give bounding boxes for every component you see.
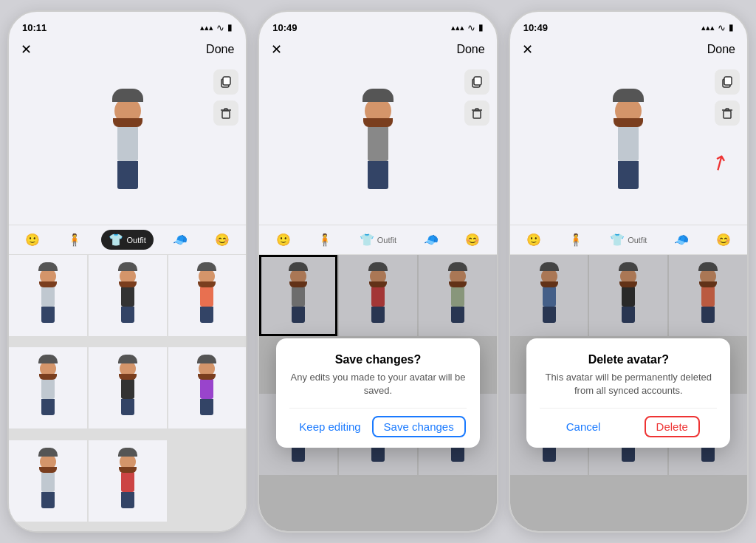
- copy-button[interactable]: [213, 69, 238, 95]
- outfit-grid: Save changes? Any edits you made to your…: [259, 255, 496, 531]
- outfit-cell-0[interactable]: [9, 255, 87, 336]
- status-time: 10:49: [272, 22, 297, 33]
- modal-actions: Keep editing Save changes: [289, 408, 467, 437]
- tab-icon-hat: 🧢: [674, 233, 689, 247]
- tab-hat[interactable]: 🧢: [667, 230, 696, 250]
- tab-icon-hat: 🧢: [173, 233, 188, 247]
- status-time: 10:11: [22, 22, 47, 33]
- tab-face[interactable]: 🙂: [18, 230, 47, 250]
- svg-rect-1: [223, 77, 230, 85]
- close-button[interactable]: ✕: [522, 41, 533, 58]
- phone-1: 10:11 ▴▴▴ ∿ ▮ ✕ Done: [7, 10, 247, 533]
- copy-icon: [721, 75, 734, 89]
- close-button[interactable]: ✕: [21, 41, 32, 58]
- modal-title: Save changes?: [289, 353, 467, 366]
- delete-button[interactable]: [213, 100, 238, 126]
- outfit-cell-3[interactable]: [9, 347, 87, 428]
- svg-rect-16: [724, 111, 731, 118]
- modal-overlay: Save changes? Any edits you made to your…: [259, 255, 496, 531]
- tab-icon-hat: 🧢: [424, 233, 439, 247]
- outfit-cell-7[interactable]: [89, 440, 167, 522]
- tab-body[interactable]: 🧍: [561, 230, 591, 250]
- tab-hat[interactable]: 🧢: [416, 230, 446, 250]
- status-icons: ▴▴▴ ∿ ▮: [451, 22, 484, 33]
- status-bar: 10:49 ▴▴▴ ∿ ▮: [259, 12, 496, 38]
- outfit-grid: [9, 255, 246, 531]
- tab-label-outfit: Outfit: [377, 236, 396, 245]
- modal-title: Delete avatar?: [540, 353, 717, 366]
- tab-body[interactable]: 🧍: [310, 230, 340, 250]
- modal-action1-button[interactable]: Keep editing: [290, 416, 369, 437]
- top-nav: ✕ Done: [259, 38, 496, 62]
- tab-icon-extra: 😊: [716, 233, 731, 247]
- tab-icon-extra: 😊: [215, 233, 230, 247]
- tab-bar: 🙂 🧍 👕 Outfit 🧢 😊: [259, 225, 496, 255]
- tab-icon-outfit: 👕: [360, 233, 374, 247]
- tab-icon-face: 🙂: [526, 233, 541, 247]
- delete-button[interactable]: [715, 100, 740, 126]
- action-buttons: [715, 69, 740, 126]
- tab-outfit[interactable]: 👕 Outfit: [602, 230, 654, 250]
- svg-rect-15: [724, 77, 732, 85]
- outfit-cell-5[interactable]: [168, 347, 247, 428]
- status-icons: ▴▴▴ ∿ ▮: [701, 22, 734, 33]
- wifi-icon: ∿: [467, 22, 475, 33]
- tab-bar: 🙂 🧍 👕 Outfit 🧢 😊: [9, 225, 246, 255]
- tab-bar: 🙂 🧍 👕 Outfit 🧢 😊: [510, 225, 747, 255]
- tab-icon-body: 🧍: [67, 233, 82, 247]
- phone-2: 10:49 ▴▴▴ ∿ ▮ ✕ Done: [258, 10, 498, 533]
- tab-extra[interactable]: 😊: [458, 230, 487, 250]
- tab-outfit[interactable]: 👕 Outfit: [352, 230, 404, 250]
- status-time: 10:49: [523, 22, 548, 33]
- tab-hat[interactable]: 🧢: [165, 230, 195, 250]
- copy-button[interactable]: [464, 69, 489, 95]
- red-arrow: ↗: [706, 148, 732, 177]
- status-icons: ▴▴▴ ∿ ▮: [200, 22, 233, 33]
- tab-icon-extra: 😊: [465, 233, 480, 247]
- trash-icon: [721, 106, 734, 120]
- copy-icon: [470, 75, 484, 89]
- modal-body: Any edits you made to your avatar will b…: [289, 371, 467, 397]
- modal-actions: Cancel Delete: [540, 408, 717, 437]
- tab-icon-body: 🧍: [568, 233, 583, 247]
- tab-icon-face: 🙂: [25, 233, 40, 247]
- modal-action1-button[interactable]: Cancel: [557, 416, 610, 437]
- tab-icon-face: 🙂: [276, 233, 291, 247]
- outfit-cell-4[interactable]: [89, 347, 167, 428]
- avatar-preview: [259, 62, 496, 225]
- copy-icon: [219, 75, 233, 89]
- tab-icon-outfit: 👕: [610, 233, 625, 247]
- modal-overlay: Delete avatar? This avatar will be perma…: [510, 255, 747, 531]
- svg-rect-8: [474, 77, 481, 85]
- tab-extra[interactable]: 😊: [207, 230, 237, 250]
- outfit-cell-2[interactable]: [168, 255, 247, 336]
- top-nav: ✕ Done: [510, 38, 747, 62]
- top-nav: ✕ Done: [9, 38, 246, 62]
- done-button[interactable]: Done: [206, 43, 234, 56]
- action-buttons: [464, 69, 489, 126]
- delete-button[interactable]: [464, 100, 489, 126]
- tab-body[interactable]: 🧍: [60, 230, 89, 250]
- tab-extra[interactable]: 😊: [709, 230, 738, 250]
- close-button[interactable]: ✕: [271, 41, 282, 58]
- tab-icon-body: 🧍: [317, 233, 332, 247]
- avatar-preview: [9, 62, 246, 225]
- trash-icon: [219, 106, 233, 120]
- outfit-cell-6[interactable]: [9, 440, 87, 522]
- modal-action2-button[interactable]: Delete: [645, 416, 700, 437]
- done-button[interactable]: Done: [456, 43, 484, 56]
- tab-face[interactable]: 🙂: [269, 230, 298, 250]
- svg-rect-2: [222, 111, 230, 118]
- modal-action2-button[interactable]: Save changes: [372, 416, 466, 437]
- modal-box: Save changes? Any edits you made to your…: [276, 338, 480, 448]
- wifi-icon: ∿: [216, 22, 224, 33]
- wifi-icon: ∿: [718, 22, 726, 33]
- tab-outfit[interactable]: 👕 Outfit: [101, 230, 153, 250]
- outfit-cell-1[interactable]: [89, 255, 167, 336]
- trash-icon: [470, 106, 484, 120]
- modal-body: This avatar will be permanently deleted …: [540, 371, 717, 397]
- tab-label-outfit: Outfit: [628, 236, 647, 245]
- copy-button[interactable]: [715, 69, 740, 95]
- done-button[interactable]: Done: [707, 43, 735, 56]
- tab-face[interactable]: 🙂: [519, 230, 549, 250]
